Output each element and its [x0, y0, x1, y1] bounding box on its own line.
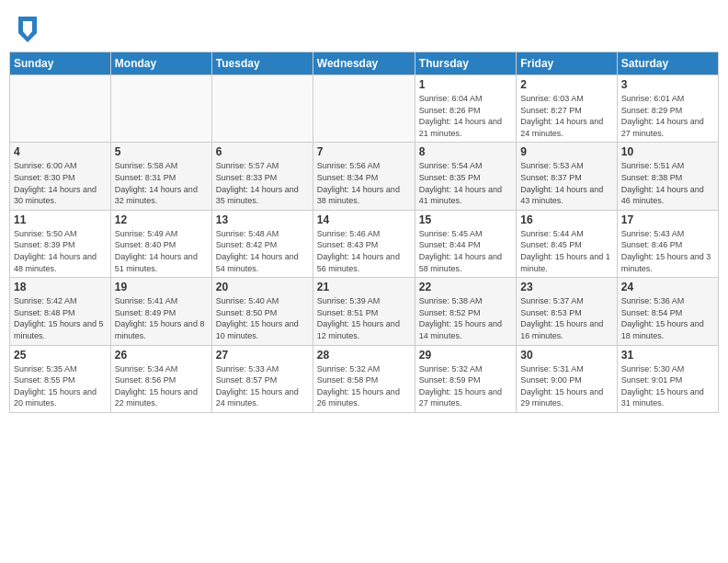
- calendar-cell: [211, 75, 313, 143]
- calendar-cell: 11Sunrise: 5:50 AM Sunset: 8:39 PM Dayli…: [10, 210, 111, 277]
- day-info: Sunrise: 5:32 AM Sunset: 8:59 PM Dayligh…: [419, 363, 512, 409]
- page-header: [9, 9, 719, 48]
- calendar-table: SundayMondayTuesdayWednesdayThursdayFrid…: [9, 52, 719, 413]
- calendar-cell: 9Sunrise: 5:53 AM Sunset: 8:37 PM Daylig…: [517, 143, 617, 210]
- day-info: Sunrise: 5:32 AM Sunset: 8:58 PM Dayligh…: [317, 363, 411, 409]
- calendar-cell: 21Sunrise: 5:39 AM Sunset: 8:51 PM Dayli…: [313, 278, 415, 345]
- calendar-cell: 14Sunrise: 5:46 AM Sunset: 8:43 PM Dayli…: [313, 210, 415, 277]
- week-row-1: 1Sunrise: 6:04 AM Sunset: 8:26 PM Daylig…: [10, 75, 719, 143]
- calendar-cell: 31Sunrise: 5:30 AM Sunset: 9:01 PM Dayli…: [617, 345, 718, 412]
- calendar-cell: [313, 75, 415, 143]
- weekday-header-tuesday: Tuesday: [211, 52, 313, 75]
- day-number: 20: [216, 281, 309, 293]
- calendar-cell: 6Sunrise: 5:57 AM Sunset: 8:33 PM Daylig…: [211, 143, 313, 210]
- day-info: Sunrise: 5:51 AM Sunset: 8:38 PM Dayligh…: [621, 160, 714, 206]
- calendar-cell: 17Sunrise: 5:43 AM Sunset: 8:46 PM Dayli…: [617, 210, 718, 277]
- day-number: 22: [419, 281, 512, 293]
- day-info: Sunrise: 5:41 AM Sunset: 8:49 PM Dayligh…: [115, 295, 208, 341]
- day-info: Sunrise: 5:31 AM Sunset: 9:00 PM Dayligh…: [520, 363, 612, 409]
- logo: [18, 17, 40, 42]
- calendar-cell: 13Sunrise: 5:48 AM Sunset: 8:42 PM Dayli…: [211, 210, 313, 277]
- day-info: Sunrise: 5:49 AM Sunset: 8:40 PM Dayligh…: [115, 228, 208, 274]
- day-info: Sunrise: 5:30 AM Sunset: 9:01 PM Dayligh…: [621, 363, 714, 409]
- day-info: Sunrise: 5:42 AM Sunset: 8:48 PM Dayligh…: [14, 295, 107, 341]
- day-number: 5: [115, 145, 208, 158]
- weekday-header-wednesday: Wednesday: [313, 52, 415, 75]
- calendar-cell: 22Sunrise: 5:38 AM Sunset: 8:52 PM Dayli…: [415, 278, 516, 345]
- day-info: Sunrise: 5:33 AM Sunset: 8:57 PM Dayligh…: [216, 363, 309, 409]
- day-info: Sunrise: 5:36 AM Sunset: 8:54 PM Dayligh…: [621, 295, 714, 341]
- day-number: 28: [317, 349, 411, 362]
- day-number: 9: [520, 145, 612, 158]
- day-number: 31: [621, 349, 714, 362]
- calendar-cell: 28Sunrise: 5:32 AM Sunset: 8:58 PM Dayli…: [313, 345, 415, 412]
- calendar-cell: 2Sunrise: 6:03 AM Sunset: 8:27 PM Daylig…: [517, 75, 617, 143]
- calendar-cell: 24Sunrise: 5:36 AM Sunset: 8:54 PM Dayli…: [617, 278, 718, 345]
- weekday-header-sunday: Sunday: [10, 52, 111, 75]
- day-number: 30: [520, 349, 612, 362]
- day-info: Sunrise: 5:53 AM Sunset: 8:37 PM Dayligh…: [520, 160, 612, 206]
- day-number: 23: [520, 281, 612, 293]
- week-row-2: 4Sunrise: 6:00 AM Sunset: 8:30 PM Daylig…: [10, 143, 719, 210]
- calendar-cell: 5Sunrise: 5:58 AM Sunset: 8:31 PM Daylig…: [110, 143, 211, 210]
- day-info: Sunrise: 5:44 AM Sunset: 8:45 PM Dayligh…: [520, 228, 612, 274]
- day-info: Sunrise: 5:38 AM Sunset: 8:52 PM Dayligh…: [419, 295, 512, 341]
- calendar-cell: 18Sunrise: 5:42 AM Sunset: 8:48 PM Dayli…: [10, 278, 111, 345]
- day-number: 15: [419, 213, 512, 226]
- day-info: Sunrise: 5:46 AM Sunset: 8:43 PM Dayligh…: [317, 228, 411, 274]
- weekday-header-row: SundayMondayTuesdayWednesdayThursdayFrid…: [10, 52, 719, 75]
- weekday-header-monday: Monday: [110, 52, 211, 75]
- day-number: 27: [216, 349, 309, 362]
- day-number: 26: [115, 349, 208, 362]
- day-info: Sunrise: 5:54 AM Sunset: 8:35 PM Dayligh…: [419, 160, 512, 206]
- calendar-cell: 19Sunrise: 5:41 AM Sunset: 8:49 PM Dayli…: [110, 278, 211, 345]
- calendar-cell: 4Sunrise: 6:00 AM Sunset: 8:30 PM Daylig…: [10, 143, 111, 210]
- calendar-cell: 20Sunrise: 5:40 AM Sunset: 8:50 PM Dayli…: [211, 278, 313, 345]
- calendar-cell: 7Sunrise: 5:56 AM Sunset: 8:34 PM Daylig…: [313, 143, 415, 210]
- day-info: Sunrise: 5:39 AM Sunset: 8:51 PM Dayligh…: [317, 295, 411, 341]
- calendar-cell: 10Sunrise: 5:51 AM Sunset: 8:38 PM Dayli…: [617, 143, 718, 210]
- calendar-cell: 29Sunrise: 5:32 AM Sunset: 8:59 PM Dayli…: [415, 345, 516, 412]
- day-info: Sunrise: 5:57 AM Sunset: 8:33 PM Dayligh…: [216, 160, 309, 206]
- day-number: 3: [621, 78, 714, 91]
- day-info: Sunrise: 5:45 AM Sunset: 8:44 PM Dayligh…: [419, 228, 512, 274]
- calendar-cell: 12Sunrise: 5:49 AM Sunset: 8:40 PM Dayli…: [110, 210, 211, 277]
- calendar-cell: 15Sunrise: 5:45 AM Sunset: 8:44 PM Dayli…: [415, 210, 516, 277]
- weekday-header-thursday: Thursday: [415, 52, 516, 75]
- day-info: Sunrise: 6:00 AM Sunset: 8:30 PM Dayligh…: [14, 160, 107, 206]
- day-info: Sunrise: 5:40 AM Sunset: 8:50 PM Dayligh…: [216, 295, 309, 341]
- day-info: Sunrise: 5:34 AM Sunset: 8:56 PM Dayligh…: [115, 363, 208, 409]
- day-number: 29: [419, 349, 512, 362]
- day-number: 11: [14, 213, 107, 226]
- calendar-cell: 16Sunrise: 5:44 AM Sunset: 8:45 PM Dayli…: [517, 210, 617, 277]
- day-number: 13: [216, 213, 309, 226]
- calendar-cell: [10, 75, 111, 143]
- day-info: Sunrise: 5:56 AM Sunset: 8:34 PM Dayligh…: [317, 160, 411, 206]
- calendar-cell: 23Sunrise: 5:37 AM Sunset: 8:53 PM Dayli…: [517, 278, 617, 345]
- calendar-cell: 3Sunrise: 6:01 AM Sunset: 8:29 PM Daylig…: [617, 75, 718, 143]
- day-number: 21: [317, 281, 411, 293]
- weekday-header-saturday: Saturday: [617, 52, 718, 75]
- day-number: 19: [115, 281, 208, 293]
- day-info: Sunrise: 6:04 AM Sunset: 8:26 PM Dayligh…: [419, 93, 512, 139]
- logo-icon: [18, 17, 37, 42]
- day-info: Sunrise: 5:35 AM Sunset: 8:55 PM Dayligh…: [14, 363, 107, 409]
- calendar-cell: 1Sunrise: 6:04 AM Sunset: 8:26 PM Daylig…: [415, 75, 516, 143]
- day-number: 24: [621, 281, 714, 293]
- day-number: 1: [419, 78, 512, 91]
- week-row-4: 18Sunrise: 5:42 AM Sunset: 8:48 PM Dayli…: [10, 278, 719, 345]
- day-info: Sunrise: 5:48 AM Sunset: 8:42 PM Dayligh…: [216, 228, 309, 274]
- calendar-cell: [110, 75, 211, 143]
- day-number: 12: [115, 213, 208, 226]
- day-number: 18: [14, 281, 107, 293]
- day-number: 14: [317, 213, 411, 226]
- calendar-cell: 26Sunrise: 5:34 AM Sunset: 8:56 PM Dayli…: [110, 345, 211, 412]
- day-info: Sunrise: 5:50 AM Sunset: 8:39 PM Dayligh…: [14, 228, 107, 274]
- week-row-3: 11Sunrise: 5:50 AM Sunset: 8:39 PM Dayli…: [10, 210, 719, 277]
- day-number: 2: [520, 78, 612, 91]
- day-info: Sunrise: 6:01 AM Sunset: 8:29 PM Dayligh…: [621, 93, 714, 139]
- day-number: 7: [317, 145, 411, 158]
- day-info: Sunrise: 5:43 AM Sunset: 8:46 PM Dayligh…: [621, 228, 714, 274]
- day-info: Sunrise: 5:37 AM Sunset: 8:53 PM Dayligh…: [520, 295, 612, 341]
- calendar-cell: 27Sunrise: 5:33 AM Sunset: 8:57 PM Dayli…: [211, 345, 313, 412]
